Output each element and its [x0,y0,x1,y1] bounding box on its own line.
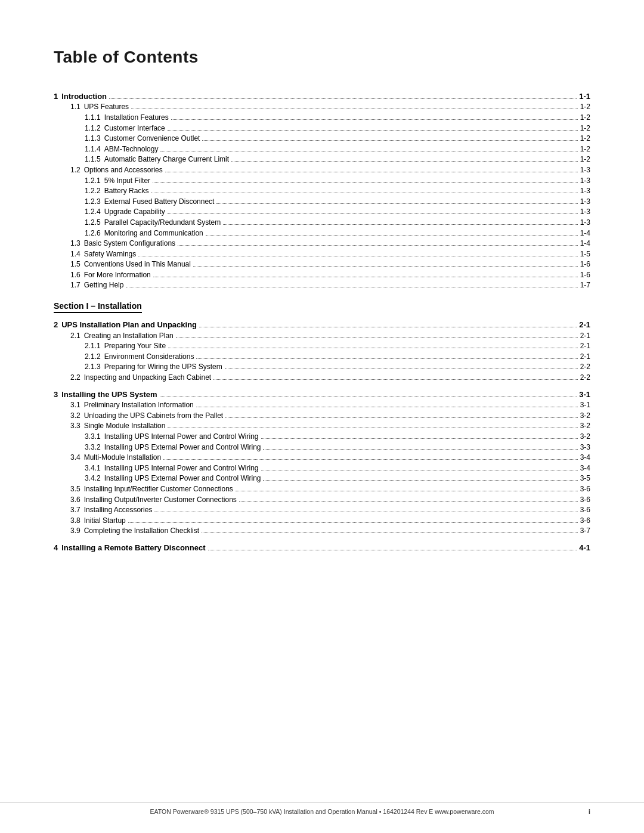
entry-page: 1-3 [580,218,590,227]
entry-label: Basic System Configurations [84,239,175,247]
entry-label: Installing UPS External Power and Contro… [104,474,261,482]
entry-dots [193,266,578,267]
entry-num: 1.1.4 [85,145,101,153]
entry-num: 1.2.1 [85,176,101,185]
entry-label: Installing Output/Inverter Customer Conn… [84,496,237,504]
toc-entry: 3.3.1Installing UPS Internal Power and C… [54,431,590,442]
entry-label: Installing UPS Internal Power and Contro… [104,464,259,472]
entry-dots [163,459,578,460]
toc-entry: 3.1Preliminary Installation Information3… [54,400,590,410]
entry-num: 3.3.2 [85,443,101,451]
entry-num: 1.1.3 [85,134,101,143]
entry-dots [154,512,577,512]
entry-num: 3.1 [70,401,80,409]
entry-page: 3-5 [580,474,590,482]
entry-num: 1.4 [70,250,80,258]
entry-page: 4-1 [579,543,590,552]
entry-page: 2-1 [580,332,590,340]
entry-dots [236,491,578,491]
footer: EATON Powerware® 9315 UPS (500–750 kVA) … [0,803,644,815]
entry-label: Preparing Your Site [104,342,166,350]
entry-dots [223,224,578,225]
toc-entry: 1.1.1Installation Features1-2 [54,112,590,123]
entry-num: 1.2.4 [85,208,101,216]
entry-num: 3.6 [70,496,80,504]
entry-label: Multi-Module Installation [84,453,161,462]
entry-page: 3-2 [580,432,590,441]
toc-entry: 2UPS Installation Plan and Unpacking2-1 [54,319,590,330]
toc-entry: 1.7Getting Help1-7 [54,280,590,291]
entry-label: Single Module Installation [84,422,166,430]
entry-num: 3.4 [70,453,80,462]
entry-page: 2-1 [580,352,590,361]
toc-entry: 1.2.2Battery Racks1-3 [54,185,590,196]
entry-page: 1-6 [580,271,590,279]
entry-num: 3.4.2 [85,474,101,482]
entry-dots [171,119,578,120]
entry-page: 1-1 [579,92,590,101]
entry-page: 3-4 [580,464,590,472]
entry-num: 3.9 [70,527,80,535]
toc-entry: 1.1UPS Features1-2 [54,102,590,113]
toc-entry: 3.2Unloading the UPS Cabinets from the P… [54,410,590,421]
entry-page: 3-6 [580,506,590,514]
entry-label: Conventions Used in This Manual [84,260,191,268]
entry-label: Installing a Remote Battery Disconnect [61,543,205,552]
entry-page: 1-3 [580,187,590,195]
toc-entry: 4Installing a Remote Battery Disconnect4… [54,542,590,553]
entry-dots [109,98,577,99]
entry-num: 1.2.2 [85,187,101,195]
page-title: Table of Contents [54,48,590,67]
entry-num: 3.3.1 [85,432,101,441]
entry-label: Battery Racks [104,187,149,195]
entry-num: 2.1.1 [85,342,101,350]
entry-num: 3.4.1 [85,464,101,472]
entry-page: 3-6 [580,485,590,493]
toc-entry: 2.1.3Preparing for Wiring the UPS System… [54,362,590,373]
entry-num: 2.1.3 [85,363,101,371]
entry-num: 1.1 [70,103,80,111]
entry-dots [176,337,578,338]
entry-num: 3.2 [70,411,80,420]
entry-num: 3.8 [70,516,80,525]
toc-entry: 3.6Installing Output/Inverter Customer C… [54,494,590,505]
entry-dots [202,532,578,533]
entry-label: Environment Considerations [104,352,194,361]
entry-label: Unloading the UPS Cabinets from the Pall… [84,411,223,420]
entry-label: For More Information [84,271,151,279]
entry-dots [261,438,578,439]
entry-num: 1.2.6 [85,229,101,237]
entry-num: 2.1 [70,332,80,340]
toc-entry: 1Introduction1-1 [54,91,590,102]
toc-entry: 3.4Multi-Module Installation3-4 [54,452,590,463]
entry-page: 2-2 [580,373,590,382]
toc-entry: 1.2.15% Input Filter1-3 [54,175,590,186]
entry-page: 1-4 [580,239,590,247]
entry-label: Customer Convenience Outlet [104,134,200,143]
entry-dots [165,172,578,172]
entry-label: Installing UPS Internal Power and Contro… [104,432,259,441]
entry-label: Installing Input/Rectifier Customer Conn… [84,485,233,493]
entry-page: 2-2 [580,363,590,371]
entry-label: Customer Interface [104,124,165,132]
toc-entry: 2.2Inspecting and Unpacking Each Cabinet… [54,372,590,383]
entry-label: Options and Accessories [84,166,163,174]
toc-container: 1Introduction1-11.1UPS Features1-21.1.1I… [54,91,590,553]
page: Table of Contents 1Introduction1-11.1UPS… [0,0,644,833]
toc-entry: 1.5Conventions Used in This Manual1-6 [54,259,590,270]
entry-dots [128,522,578,523]
entry-dots [196,358,577,359]
entry-num: 1.7 [70,281,80,289]
entry-dots [261,470,578,470]
entry-num: 1.1.1 [85,113,101,122]
footer-text: EATON Powerware® 9315 UPS (500–750 kVA) … [150,808,494,815]
toc-entry: 2.1.1Preparing Your Site2-1 [54,340,590,351]
entry-dots [196,407,578,407]
toc-entry: 1.1.2Customer Interface1-2 [54,123,590,134]
toc-entry: 2.1.2Environment Considerations2-1 [54,351,590,362]
entry-label: Installing UPS External Power and Contro… [104,443,261,451]
entry-page: 3-2 [580,422,590,430]
entry-page: 3-2 [580,411,590,420]
entry-num: 1.2 [70,166,80,174]
entry-num: 2 [54,320,58,329]
